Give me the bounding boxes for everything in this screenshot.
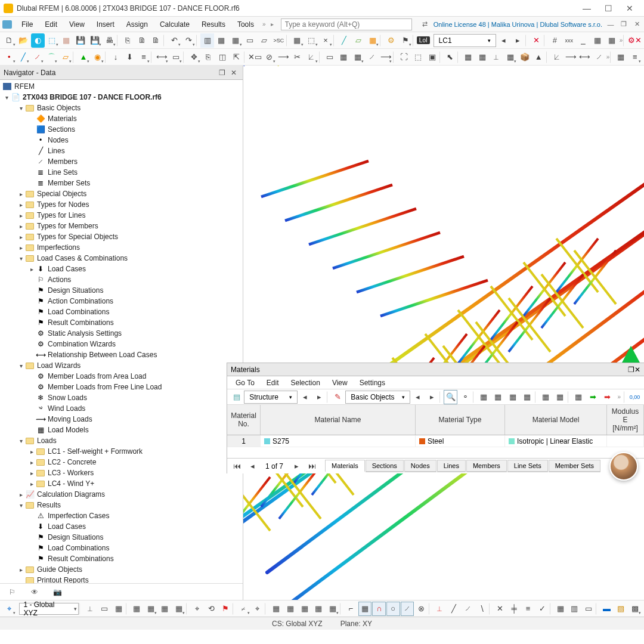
undo-button[interactable]: ↶▾ — [168, 33, 181, 48]
tree-item[interactable]: ⬇Load Cases — [0, 521, 243, 532]
axes-red-button[interactable]: ⟂ — [433, 602, 447, 616]
tree-twisty-icon[interactable]: ▾ — [17, 363, 25, 369]
inner-minimize-icon[interactable]: — — [606, 20, 615, 29]
menu-results[interactable]: Results — [196, 18, 231, 30]
tree-item[interactable]: ▸LC1 - Self-weight + Formwork — [0, 446, 243, 457]
bt-s1[interactable]: ▦ — [553, 602, 567, 616]
doc-button[interactable]: 🗎 — [135, 33, 149, 48]
tree-item[interactable]: ༄Wind Loads — [0, 403, 243, 414]
tree-item[interactable]: ⚑Load Combinations — [0, 543, 243, 553]
materials-add-button[interactable]: ▦ — [538, 390, 552, 404]
view-top-button[interactable]: ▣ — [425, 50, 439, 64]
node-tool[interactable]: •▾ — [2, 50, 16, 64]
materials-num-button[interactable]: 0,00 — [628, 390, 642, 404]
materials-prev1[interactable]: ◂ — [298, 390, 312, 404]
bt-split[interactable]: ╪ — [507, 602, 521, 616]
tree-item[interactable]: ⚙Member Loads from Area Load — [0, 371, 243, 382]
vis-grid-button[interactable]: ▦▾ — [504, 50, 518, 64]
tab-nodes[interactable]: Nodes — [404, 460, 436, 472]
tab-line-sets[interactable]: Line Sets — [507, 460, 548, 472]
materials-menu-selection[interactable]: Selection — [285, 377, 326, 388]
saveas-button[interactable]: 💾▾ — [88, 33, 102, 48]
support-tool[interactable]: ▲▾ — [77, 50, 91, 64]
tree-item[interactable]: Printout Reports — [0, 575, 243, 583]
table-row[interactable]: 1 S275 Steel Isotropic | Linear Elastic — [227, 435, 644, 447]
frame-button[interactable]: ▭ — [323, 50, 336, 64]
bt-c2[interactable]: ▧ — [614, 602, 628, 616]
menu-insert[interactable]: Insert — [91, 18, 120, 30]
inner-restore-icon[interactable]: ❐ — [619, 20, 628, 29]
results5-button[interactable]: ▦ — [605, 33, 619, 48]
materials-grid3-button[interactable]: ▦ — [506, 390, 519, 404]
cs-origin-icon[interactable]: ⌖▾ — [2, 602, 16, 616]
lc-settings-button[interactable]: ⚑▾ — [398, 33, 412, 48]
extend-tool[interactable]: ⟶ — [277, 50, 290, 64]
navigator-float-icon[interactable]: ❐ — [216, 67, 227, 78]
misc-tool3[interactable]: ⟷ — [578, 50, 592, 64]
print-button[interactable]: 🖶▾ — [103, 33, 116, 48]
open-button[interactable]: 📂 — [17, 33, 30, 48]
tree-twisty-icon[interactable]: ▸ — [17, 491, 25, 498]
line-tool[interactable]: ╱▾ — [17, 50, 30, 64]
nav-tab-filter[interactable]: ⚐ — [4, 586, 20, 599]
stretch-tool[interactable]: ⇱ — [230, 50, 243, 64]
materials-grid4-button[interactable]: ▦ — [520, 390, 534, 404]
tree-item[interactable]: ▸📈Calculation Diagrams — [0, 489, 243, 500]
tree-item[interactable]: ⟋Members — [0, 156, 243, 167]
menu-overflow-icon[interactable]: » — [260, 21, 268, 27]
bt-grid3[interactable]: ▦ — [298, 602, 311, 616]
bt-s2[interactable]: ▥ — [568, 602, 581, 616]
materials-struct-icon[interactable]: ▤ — [230, 390, 243, 404]
bt-1[interactable]: ⟂ — [83, 602, 97, 616]
tree-twisty-icon[interactable]: ▸ — [27, 266, 36, 273]
results2-button[interactable]: xxx — [562, 33, 576, 48]
bt-3[interactable]: ▦ — [112, 602, 125, 616]
maximize-button[interactable]: ☐ — [597, 1, 619, 16]
materials-structure-combo[interactable]: Structure▾ — [244, 391, 297, 404]
hinge-tool[interactable]: ◉▾ — [91, 50, 104, 64]
tab-sections[interactable]: Sections — [366, 460, 404, 472]
edit-load-button[interactable]: ⚙ — [384, 33, 398, 48]
menu-edit[interactable]: Edit — [39, 18, 63, 30]
tree-item[interactable]: ⚠Imperfection Cases — [0, 510, 243, 521]
col-model[interactable]: Material Model — [505, 405, 607, 435]
tab-lines[interactable]: Lines — [437, 460, 466, 472]
load-tool[interactable]: ↓ — [109, 50, 123, 64]
vis-solid-button[interactable]: ▦ — [476, 50, 490, 64]
nav-tab-eye[interactable]: 👁 — [26, 586, 43, 599]
tree-item[interactable]: ⚑Result Combinations — [0, 317, 243, 328]
bt-del[interactable]: ✕ — [493, 602, 507, 616]
tree-twisty-icon[interactable]: ▸ — [17, 202, 25, 208]
tree-item[interactable]: ⚙Member Loads from Free Line Load — [0, 382, 243, 392]
materials-close-icon[interactable]: ✕ — [634, 366, 640, 374]
tree-item[interactable]: ▾Load Wizards — [0, 360, 243, 371]
materials-import-button[interactable]: ➡ — [600, 390, 614, 404]
solid-button[interactable]: ▦ — [337, 50, 351, 64]
cursor-select-tool[interactable]: ⬉ — [444, 50, 457, 64]
tree-item[interactable]: ▸Guide Objects — [0, 564, 243, 575]
tree-item[interactable]: ╱Lines — [0, 145, 243, 156]
app-scope-icon[interactable] — [2, 20, 12, 29]
inner-close-icon[interactable]: ✕ — [632, 20, 642, 29]
bt-line3[interactable]: ∖ — [475, 602, 489, 616]
tree-item[interactable]: 🟦Sections — [0, 124, 243, 135]
bt-7[interactable]: ▦▾ — [172, 602, 186, 616]
col-e[interactable]: Modulus E [N/mm²] — [607, 405, 644, 435]
close-button[interactable]: ✕ — [619, 1, 640, 16]
hide-button[interactable]: ×▾ — [319, 33, 333, 48]
tree-twisty-icon[interactable]: ▸ — [27, 448, 36, 455]
doc2-button[interactable]: 🗎 — [150, 33, 163, 48]
arc-tool[interactable]: ⌒▾ — [45, 50, 58, 64]
tree-item[interactable]: ≣Line Sets — [0, 167, 243, 178]
tree-item[interactable]: •Nodes — [0, 135, 243, 145]
tree-item[interactable]: ⟷Relationship Between Load Cases — [0, 349, 243, 360]
materials-menu-goto[interactable]: Go To — [230, 377, 261, 388]
copy-button[interactable]: ⎘ — [121, 33, 135, 48]
bt-4[interactable]: ▦ — [130, 602, 144, 616]
tab-materials[interactable]: Materials — [325, 460, 365, 472]
block-button[interactable]: ▦ — [60, 33, 73, 48]
bt-6[interactable]: ▦ — [158, 602, 172, 616]
materials-link-button[interactable]: ▦ — [572, 390, 586, 404]
cloud-button[interactable]: ◐ — [31, 33, 45, 48]
tree-item[interactable]: ≣Member Sets — [0, 178, 243, 188]
